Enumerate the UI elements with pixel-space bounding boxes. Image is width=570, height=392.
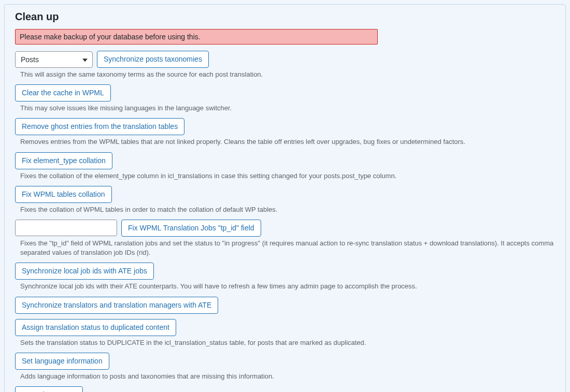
panel-title: Clean up (15, 11, 555, 23)
reset-languages-description: WPML will reset all language information… (91, 390, 430, 392)
fix-element-type-button[interactable]: Fix element_type collation (15, 152, 112, 169)
tp-id-input[interactable] (15, 220, 117, 236)
reset-languages-button[interactable]: Reset languages (15, 386, 83, 392)
clear-cache-button[interactable]: Clear the cache in WPML (15, 84, 111, 101)
sync-translators-button[interactable]: Synchronize translators and translation … (15, 297, 218, 314)
sync-taxonomies-button[interactable]: Synchronize posts taxonomies (97, 51, 209, 68)
warning-banner: Please make backup of your database befo… (15, 29, 378, 45)
post-type-select[interactable]: Posts (15, 51, 93, 68)
assign-duplicate-description: Sets the translation status to DUPLICATE… (15, 338, 555, 347)
post-type-select-wrapper: Posts (15, 51, 93, 68)
clear-cache-description: This may solve issues like missing langu… (15, 104, 555, 113)
remove-ghost-description: Removes entries from the WPML tables tha… (15, 137, 555, 147)
fix-tp-id-description: Fixes the "tp_id" field of WPML ranslati… (15, 239, 555, 257)
assign-duplicate-button[interactable]: Assign translation status to duplicated … (15, 319, 176, 336)
fix-element-type-description: Fixes the collation of the element_type … (15, 171, 555, 181)
fix-tp-id-button[interactable]: Fix WPML Translation Jobs "tp_id" field (121, 220, 261, 237)
sync-local-jobs-description: Synchronize local job ids with their ATE… (15, 282, 555, 291)
remove-ghost-button[interactable]: Remove ghost entries from the translatio… (15, 118, 184, 135)
set-lang-info-description: Adds language information to posts and t… (15, 372, 555, 381)
fix-tables-collation-button[interactable]: Fix WPML tables collation (15, 186, 112, 203)
fix-tables-collation-description: Fixes the collation of WPML tables in or… (15, 205, 555, 214)
sync-taxonomies-description: This will assign the same taxonomy terms… (15, 70, 555, 79)
sync-local-jobs-button[interactable]: Synchronize local job ids with ATE jobs (15, 263, 154, 280)
set-lang-info-button[interactable]: Set language information (15, 353, 109, 370)
cleanup-panel: Clean up Please make backup of your data… (4, 4, 566, 392)
